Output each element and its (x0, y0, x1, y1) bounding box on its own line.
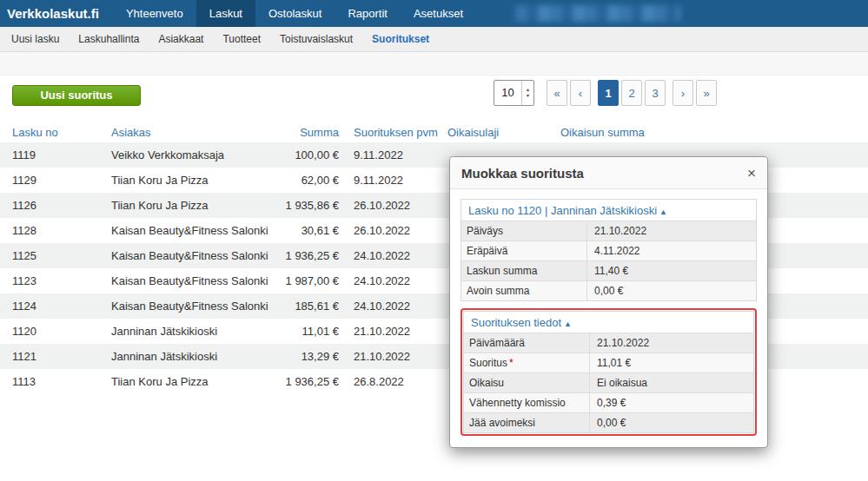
subnav-item-laskuhallinta[interactable]: Laskuhallinta (69, 33, 149, 45)
modal-field-row: Vähennetty komissio 0,39 € (464, 392, 753, 412)
highlight-annotation: Suorituksen tiedot▲ Päivämäärä 21.10.202… (461, 308, 757, 436)
field-label: Avoin summa (461, 281, 587, 300)
nav-item-laskut[interactable]: Laskut (196, 0, 255, 27)
field-value: 11,01 € (590, 353, 753, 372)
required-marker: * (509, 357, 514, 369)
subnav-item-uusi-lasku[interactable]: Uusi lasku (2, 33, 69, 45)
modal-field-row: Päivämäärä 21.10.2022 (464, 333, 753, 353)
header-oikaisun-summa[interactable]: Oikaisun summa (560, 126, 868, 139)
payment-section: Suorituksen tiedot▲ Päivämäärä 21.10.202… (463, 311, 754, 433)
modal-field-row: Oikaisu Ei oikaisua (464, 372, 753, 392)
field-value: 21.10.2022 (587, 221, 756, 240)
cell-lasku-no: 1119 (12, 148, 111, 161)
cell-lasku-no: 1129 (12, 174, 111, 187)
page-size-select[interactable]: 10 ▴ ▾ (494, 80, 534, 106)
modal-field-row: Suoritus* 11,01 € (464, 353, 753, 372)
cell-lasku-no: 1125 (12, 249, 111, 262)
cell-summa: 1 936,25 € (269, 375, 339, 388)
cell-pvm: 24.10.2022 (339, 249, 447, 262)
cell-lasku-no: 1123 (12, 274, 111, 287)
spinner-down-icon[interactable]: ▾ (527, 93, 529, 99)
field-value: 4.11.2022 (587, 241, 756, 260)
spinner-arrows-icon[interactable]: ▴ ▾ (521, 81, 533, 105)
cell-summa: 11,01 € (269, 325, 339, 338)
invoice-section: Lasku no 1120 | Janninan Jätskikioski▲ P… (461, 199, 757, 301)
modal-title: Muokkaa suoritusta (461, 166, 747, 181)
collapse-icon[interactable]: ▲ (564, 320, 572, 328)
table-header-row: Lasku no Asiakas Summa Suorituksen pvm O… (0, 122, 868, 142)
subnav-item-asiakkaat[interactable]: Asiakkaat (149, 33, 213, 45)
cell-summa: 1 987,00 € (269, 274, 339, 287)
pagination-page-3[interactable]: 3 (645, 80, 666, 106)
sub-navigation: Uusi lasku Laskuhallinta Asiakkaat Tuott… (0, 27, 868, 52)
cell-lasku-no: 1128 (12, 224, 111, 237)
cell-lasku-no: 1120 (12, 325, 111, 338)
subnav-item-tuotteet[interactable]: Tuotteet (213, 33, 270, 45)
header-oikaisulaji[interactable]: Oikaisulaji (447, 126, 560, 139)
spinner-up-icon[interactable]: ▴ (527, 87, 529, 93)
pagination-next-button[interactable]: › (673, 80, 693, 106)
content-header-band (0, 52, 868, 76)
pagination-first-button[interactable]: « (547, 80, 567, 106)
pagination-last-button[interactable]: » (696, 80, 717, 106)
field-label: Päiväys (461, 221, 587, 240)
payment-section-header[interactable]: Suorituksen tiedot▲ (464, 312, 753, 333)
field-value: 0,39 € (590, 393, 753, 412)
modal-field-row: Avoin summa 0,00 € (461, 280, 756, 300)
subnav-item-toistuvaislaskut[interactable]: Toistuvaislaskut (270, 33, 362, 45)
cell-asiakas: Janninan Jätskikioski (111, 350, 269, 363)
pagination-prev-button[interactable]: ‹ (570, 80, 591, 106)
cell-pvm: 21.10.2022 (339, 325, 447, 338)
collapse-icon[interactable]: ▲ (659, 208, 667, 216)
field-label: Jää avoimeksi (464, 413, 590, 432)
cell-pvm: 24.10.2022 (339, 300, 447, 313)
cell-pvm: 9.11.2022 (339, 148, 447, 161)
pagination-page-2[interactable]: 2 (621, 80, 642, 106)
header-summa[interactable]: Summa (269, 126, 339, 139)
cell-summa: 100,00 € (269, 148, 339, 161)
cell-pvm: 26.10.2022 (339, 224, 447, 237)
cell-asiakas: Kaisan Beauty&Fitness Salonki (111, 300, 269, 313)
cell-pvm: 26.8.2022 (339, 375, 447, 388)
field-label: Suoritus* (464, 353, 590, 372)
page-size-value: 10 (494, 81, 521, 105)
redacted-username (515, 5, 680, 22)
cell-summa: 13,29 € (269, 350, 339, 363)
nav-item-asetukset[interactable]: Asetukset (401, 0, 476, 27)
top-navigation: Verkkolaskut.fi Yhteenveto Laskut Ostola… (0, 0, 868, 27)
field-label: Laskun summa (461, 261, 587, 280)
brand-logo[interactable]: Verkkolaskut.fi (0, 0, 113, 27)
modal-field-row: Päiväys 21.10.2022 (461, 221, 756, 240)
modal-field-row: Jää avoimeksi 0,00 € (464, 412, 753, 432)
field-label: Oikaisu (464, 373, 590, 392)
cell-summa: 30,61 € (269, 224, 339, 237)
cell-lasku-no: 1121 (12, 350, 111, 363)
nav-item-raportit[interactable]: Raportit (335, 0, 401, 27)
header-suorituksen-pvm[interactable]: Suorituksen pvm (339, 126, 447, 139)
field-value: 0,00 € (587, 281, 756, 300)
nav-item-ostolaskut[interactable]: Ostolaskut (255, 0, 335, 27)
subnav-item-suoritukset[interactable]: Suoritukset (362, 33, 439, 45)
invoice-section-header[interactable]: Lasku no 1120 | Janninan Jätskikioski▲ (461, 200, 756, 221)
cell-summa: 1 936,25 € (269, 249, 339, 262)
header-lasku-no[interactable]: Lasku no (12, 126, 111, 139)
cell-summa: 1 935,86 € (269, 199, 339, 212)
nav-item-yhteenveto[interactable]: Yhteenveto (113, 0, 196, 27)
modal-field-row: Laskun summa 11,40 € (461, 260, 756, 280)
cell-pvm: 21.10.2022 (339, 350, 447, 363)
cell-pvm: 9.11.2022 (339, 174, 447, 187)
cell-lasku-no: 1124 (12, 300, 111, 313)
field-value: 21.10.2022 (590, 333, 753, 353)
header-asiakas[interactable]: Asiakas (111, 126, 269, 139)
cell-lasku-no: 1113 (12, 375, 111, 388)
field-value: 0,00 € (590, 413, 753, 432)
close-icon[interactable]: × (747, 166, 756, 181)
edit-payment-modal: Muokkaa suoritusta × Lasku no 1120 | Jan… (449, 156, 768, 448)
field-value: Ei oikaisua (590, 373, 753, 392)
pagination-page-1[interactable]: 1 (598, 80, 619, 106)
invoice-section-title: Lasku no 1120 | Janninan Jätskikioski (468, 204, 657, 217)
cell-asiakas: Tiian Koru Ja Pizza (111, 174, 269, 187)
new-payment-button[interactable]: Uusi suoritus (12, 85, 141, 106)
cell-summa: 185,61 € (269, 300, 339, 313)
cell-lasku-no: 1126 (12, 199, 111, 212)
